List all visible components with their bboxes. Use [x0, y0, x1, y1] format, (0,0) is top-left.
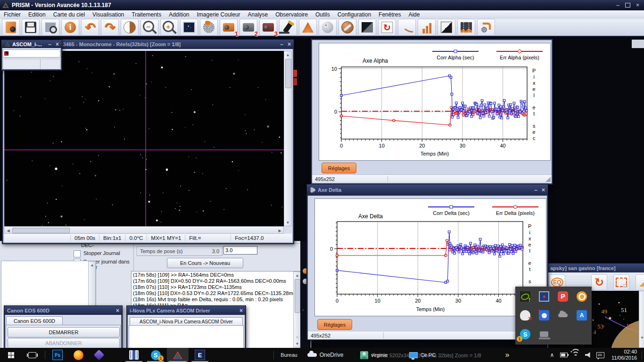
firefox-taskbar-button[interactable]: [68, 348, 89, 362]
toolbar-camera-1-button[interactable]: 1: [220, 19, 238, 36]
toolbar-chart-3d-button[interactable]: [418, 19, 436, 36]
video-app-taskbar-button[interactable]: [124, 348, 144, 362]
menu-item-carte-du-ciel[interactable]: Carte du ciel: [50, 10, 89, 19]
start-button[interactable]: [0, 348, 22, 362]
scroll-down-icon[interactable]: ▼: [294, 340, 301, 347]
menu-item-analyse[interactable]: Analyse: [244, 10, 272, 19]
menu-item-fen-tres[interactable]: Fenêtres: [375, 10, 405, 19]
clock[interactable]: 02:4011/06/2016: [608, 348, 640, 362]
tray-display-icon[interactable]: [535, 287, 553, 306]
star-field-image[interactable]: [4, 51, 284, 226]
toolbar-tools-wrench-button[interactable]: [339, 19, 356, 36]
delta-titlebar[interactable]: Axe Delta –×: [307, 184, 548, 196]
menu-item-imagerie-couleur[interactable]: Imagerie Couleur: [193, 10, 244, 19]
menu-item-observatoire[interactable]: Observatoire: [272, 10, 312, 19]
gem-app-taskbar-button[interactable]: [89, 348, 109, 362]
task-view-button[interactable]: [22, 348, 42, 362]
skype-taskbar-button[interactable]: S 1: [145, 348, 166, 362]
vscroll-thumb[interactable]: [285, 59, 291, 88]
hidden-icons-button[interactable]: ∧: [547, 348, 557, 362]
scroll-split-icon[interactable]: =: [294, 334, 301, 340]
scroll-down-icon[interactable]: ▼: [284, 219, 291, 226]
tray-translator-icon[interactable]: [572, 306, 591, 325]
ascom-minimize-button[interactable]: –: [48, 42, 51, 47]
stop-journal-checkbox[interactable]: [74, 250, 81, 257]
refresh-button[interactable]: ↻: [591, 274, 607, 290]
resize-grip[interactable]: [545, 177, 551, 182]
menu-item-edition[interactable]: Edition: [25, 10, 50, 19]
toolbar-celestial-sphere-button[interactable]: [319, 19, 337, 36]
alpha-settings-button[interactable]: Réglages: [322, 163, 356, 173]
menu-item-outils[interactable]: Outils: [312, 10, 334, 19]
toolbar-zoom-out-button[interactable]: [140, 19, 158, 36]
restore-button[interactable]: [625, 3, 630, 8]
toolbar-camera-3-button[interactable]: 3: [259, 19, 277, 36]
scroll-right-icon[interactable]: ▶: [276, 227, 283, 234]
menu-item-visualisation[interactable]: Visualisation: [89, 10, 128, 19]
tray-alarm-icon[interactable]: [535, 306, 553, 325]
minimize-button[interactable]: –: [616, 2, 619, 8]
tray-light-off-icon[interactable]: [516, 306, 535, 325]
wifi-tray-icon[interactable]: *: [570, 348, 582, 362]
close-button[interactable]: ×: [636, 2, 639, 8]
canon-tab[interactable]: Canon EOS 600D: [6, 316, 63, 325]
menu-item-configuration[interactable]: Configuration: [334, 10, 375, 19]
tray-cloud-icon[interactable]: [553, 306, 572, 325]
notifications-tray-icon[interactable]: [594, 348, 606, 362]
prism-taskbar-button[interactable]: [167, 348, 189, 362]
photoshop-taskbar-button[interactable]: Ps: [47, 348, 68, 362]
toolbar-image-preview-button[interactable]: [180, 19, 198, 36]
image-vscrollbar[interactable]: ▲ ▼: [284, 51, 292, 226]
delta-minimize-button[interactable]: –: [534, 188, 537, 192]
current-to-new-button[interactable]: En Cours -> Nouveau: [167, 258, 243, 268]
ascom-close-button[interactable]: ×: [56, 42, 59, 47]
toolbar-peak-3d-button[interactable]: [299, 19, 317, 36]
menu-item-aide[interactable]: Aide: [405, 10, 423, 19]
inova-titlebar[interactable]: i-Nova PLx Camera ASCOM Driver ×: [127, 306, 246, 315]
image-minimize-button[interactable]: –: [280, 42, 283, 47]
ruler-button[interactable]: [636, 274, 644, 290]
toolbar-undo-button[interactable]: [81, 19, 99, 36]
delta-settings-button[interactable]: Réglages: [317, 319, 352, 330]
demarrer-button[interactable]: DEMARRER: [8, 327, 120, 337]
toolbar-contrast-button[interactable]: [121, 19, 139, 36]
menu-item-addition[interactable]: Addition: [165, 10, 193, 19]
tray-remote-icon[interactable]: [535, 325, 553, 344]
e-app-taskbar-button[interactable]: E: [190, 348, 210, 362]
log-scroll-thumb[interactable]: [295, 279, 300, 313]
scroll-up-icon[interactable]: ▲: [89, 262, 96, 268]
delta-close-button[interactable]: ×: [542, 188, 545, 192]
toolbar-contrast-square-button[interactable]: [438, 19, 455, 36]
toolbar-curve-button[interactable]: [398, 19, 416, 36]
inova-tab[interactable]: ASCOM_i-Nova PLx Camera ASCOM Driver: [130, 317, 243, 326]
toolbar-histogram-cut-button[interactable]: [457, 19, 475, 36]
tray-p-app-icon[interactable]: P: [553, 287, 572, 306]
pc-toolbar[interactable]: Ce PC: [404, 348, 441, 362]
toolbar-info-button[interactable]: [61, 19, 79, 36]
toolbar-disc-process-button[interactable]: [200, 19, 218, 36]
toolbar-zoom-in-button[interactable]: [160, 19, 178, 36]
bureau-toolbar[interactable]: Bureau: [277, 348, 301, 362]
image-hscrollbar[interactable]: ◀ ▶: [4, 226, 284, 234]
toolbar-redo-button[interactable]: [101, 19, 119, 36]
skymap-titlebar[interactable]: apsky] san gavino [france]: [547, 263, 644, 272]
battery-tray-icon[interactable]: [558, 348, 570, 362]
scroll-up-icon[interactable]: ▲: [294, 272, 301, 279]
toolbar-image-search-button[interactable]: [41, 19, 59, 36]
scroll-up-icon[interactable]: ▲: [284, 51, 291, 58]
selection-button[interactable]: ➤: [613, 274, 629, 290]
chevron-icon[interactable]: ›: [302, 307, 304, 313]
toolbar-open-image-button[interactable]: [2, 19, 20, 36]
menu-item-traitements[interactable]: Traitements: [128, 10, 165, 19]
canon-titlebar[interactable]: Canon EOS 600D ×: [4, 306, 122, 315]
image-close-button[interactable]: ×: [288, 42, 291, 47]
hscroll-thumb[interactable]: [12, 228, 70, 233]
volume-tray-icon[interactable]: [583, 348, 594, 362]
tray-nvidia-icon[interactable]: [516, 287, 535, 306]
scroll-down-icon[interactable]: ▼: [639, 334, 644, 341]
onedrive-toolbar[interactable]: OneDrive: [302, 348, 349, 362]
menu-item-fichier[interactable]: Fichier: [0, 10, 25, 19]
canon-close-button[interactable]: ×: [116, 308, 119, 313]
toolbar-calibration-button[interactable]: CALIB: [358, 19, 376, 36]
inova-close-button[interactable]: ×: [239, 308, 243, 313]
